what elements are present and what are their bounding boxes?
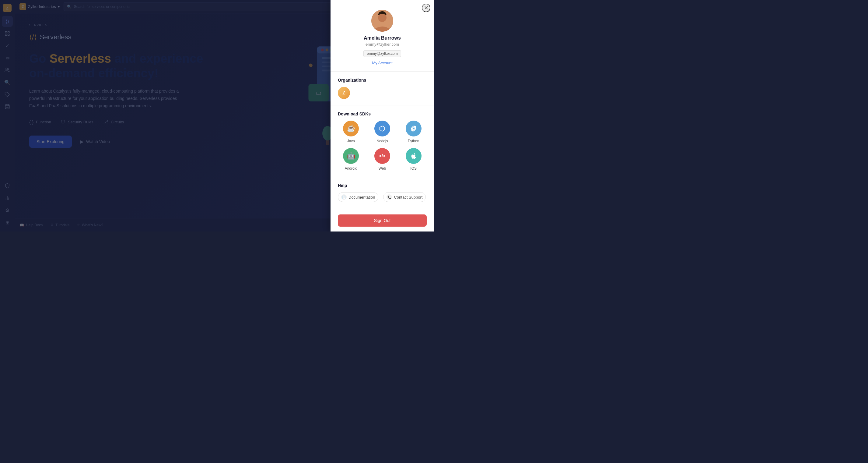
profile-email: emmy@zylker.com xyxy=(366,42,399,47)
nodejs-label: Nodejs xyxy=(376,139,388,143)
download-sdks-title: Download SDKs xyxy=(338,112,427,116)
ios-label: IOS xyxy=(410,166,417,171)
web-label: Web xyxy=(379,166,386,171)
nodejs-icon xyxy=(374,121,390,137)
sdk-nodejs[interactable]: Nodejs xyxy=(369,121,396,143)
help-title: Help xyxy=(338,183,427,188)
download-sdks-section: Download SDKs ☕ Java Nodejs Python xyxy=(331,106,434,177)
sdk-web[interactable]: </> Web xyxy=(369,148,396,171)
sign-out-section: Sign Out xyxy=(331,208,434,231)
java-label: Java xyxy=(347,139,355,143)
python-label: Python xyxy=(408,139,419,143)
close-button[interactable]: ✕ xyxy=(422,4,430,12)
contact-support-link[interactable]: 📞 Contact Support xyxy=(383,192,426,202)
python-icon xyxy=(406,121,422,137)
contact-support-label: Contact Support xyxy=(394,195,423,200)
profile-section: Amelia Burrows emmy@zylker.com emmy@zylk… xyxy=(331,0,434,71)
organizations-title: Organizations xyxy=(338,78,427,83)
sdk-python[interactable]: Python xyxy=(400,121,427,143)
sdk-grid: ☕ Java Nodejs Python 🤖 An xyxy=(338,121,427,171)
my-account-link[interactable]: My Account xyxy=(372,61,392,65)
sdk-android[interactable]: 🤖 Android xyxy=(338,148,364,171)
help-section: Help 📄 Documentation 📞 Contact Support xyxy=(331,177,434,208)
documentation-label: Documentation xyxy=(348,195,375,200)
org-circle[interactable]: Z xyxy=(338,87,350,99)
sdk-java[interactable]: ☕ Java xyxy=(338,121,364,143)
profile-name: Amelia Burrows xyxy=(364,35,401,41)
documentation-link[interactable]: 📄 Documentation xyxy=(338,192,378,202)
web-icon: </> xyxy=(374,148,390,164)
java-icon: ☕ xyxy=(343,121,359,137)
organizations-section: Organizations Z xyxy=(331,71,434,106)
profile-panel: ✕ Amelia Burrows emmy@zylker.com emmy@zy… xyxy=(331,0,434,231)
android-icon: 🤖 xyxy=(343,148,359,164)
profile-email-badge: emmy@zylker.com xyxy=(363,50,401,57)
support-icon: 📞 xyxy=(386,194,392,200)
android-label: Android xyxy=(345,166,357,171)
doc-icon: 📄 xyxy=(341,194,347,200)
avatar-image xyxy=(371,10,393,32)
sdk-ios[interactable]: IOS xyxy=(400,148,427,171)
sign-out-button[interactable]: Sign Out xyxy=(338,214,427,227)
help-links: 📄 Documentation 📞 Contact Support xyxy=(338,192,427,202)
avatar xyxy=(371,10,393,32)
ios-icon xyxy=(406,148,422,164)
svg-point-33 xyxy=(378,13,386,22)
